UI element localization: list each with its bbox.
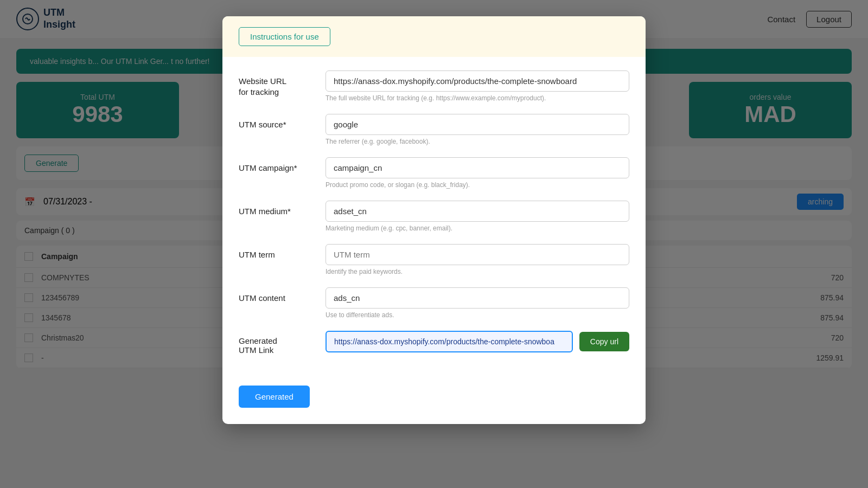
utm-content-row: UTM content Use to differentiate ads. xyxy=(239,287,629,319)
utm-term-field: Identify the paid keywords. xyxy=(326,244,629,275)
modal-instructions-section: Instructions for use xyxy=(222,16,646,57)
utm-medium-hint: Marketing medium (e.g. cpc, banner, emai… xyxy=(326,224,629,232)
modal-body: Website URLfor tracking The full website… xyxy=(222,57,646,383)
website-url-label: Website URLfor tracking xyxy=(239,70,326,97)
copy-url-button[interactable]: Copy url xyxy=(579,332,629,351)
utm-medium-label: UTM medium* xyxy=(239,201,326,217)
modal-footer: Generated xyxy=(222,383,646,424)
generated-submit-button[interactable]: Generated xyxy=(239,386,310,408)
utm-content-hint: Use to differentiate ads. xyxy=(326,311,629,319)
utm-medium-input[interactable] xyxy=(326,201,629,222)
utm-modal: Instructions for use Website URLfor trac… xyxy=(222,16,646,424)
generated-utm-field: Copy url xyxy=(326,331,629,352)
instructions-button[interactable]: Instructions for use xyxy=(239,27,330,46)
utm-campaign-input[interactable] xyxy=(326,157,629,178)
utm-source-hint: The referrer (e.g. google, facebook). xyxy=(326,138,629,145)
utm-term-hint: Identify the paid keywords. xyxy=(326,268,629,275)
utm-medium-row: UTM medium* Marketing medium (e.g. cpc, … xyxy=(239,201,629,232)
utm-campaign-field: Product promo code, or slogan (e.g. blac… xyxy=(326,157,629,189)
generated-utm-label: GeneratedUTM Link xyxy=(239,331,326,355)
generated-utm-row: GeneratedUTM Link Copy url xyxy=(239,331,629,355)
utm-campaign-row: UTM campaign* Product promo code, or slo… xyxy=(239,157,629,189)
utm-content-label: UTM content xyxy=(239,287,326,304)
utm-source-label: UTM source* xyxy=(239,114,326,130)
generated-utm-input[interactable] xyxy=(326,331,573,352)
utm-source-row: UTM source* The referrer (e.g. google, f… xyxy=(239,114,629,145)
utm-term-label: UTM term xyxy=(239,244,326,260)
website-url-input[interactable] xyxy=(326,70,629,92)
utm-campaign-label: UTM campaign* xyxy=(239,157,326,174)
utm-campaign-hint: Product promo code, or slogan (e.g. blac… xyxy=(326,181,629,189)
utm-content-input[interactable] xyxy=(326,287,629,309)
utm-medium-field: Marketing medium (e.g. cpc, banner, emai… xyxy=(326,201,629,232)
utm-content-field: Use to differentiate ads. xyxy=(326,287,629,319)
utm-term-input[interactable] xyxy=(326,244,629,265)
utm-source-input[interactable] xyxy=(326,114,629,135)
website-url-hint: The full website URL for tracking (e.g. … xyxy=(326,94,629,102)
utm-term-row: UTM term Identify the paid keywords. xyxy=(239,244,629,275)
website-url-field: The full website URL for tracking (e.g. … xyxy=(326,70,629,102)
utm-source-field: The referrer (e.g. google, facebook). xyxy=(326,114,629,145)
website-url-row: Website URLfor tracking The full website… xyxy=(239,70,629,102)
